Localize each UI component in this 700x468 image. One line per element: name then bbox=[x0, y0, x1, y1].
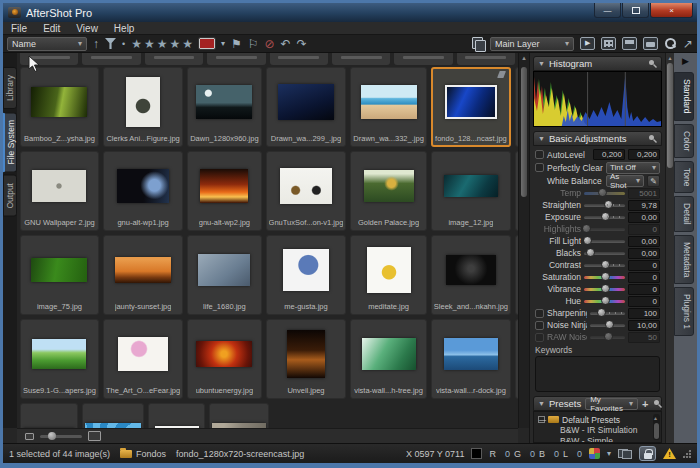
left-tab[interactable]: Output bbox=[3, 175, 17, 217]
slider-value[interactable]: 0,00 bbox=[628, 236, 660, 247]
preset-item[interactable]: B&W - Simple bbox=[538, 436, 651, 443]
thumbnail-image[interactable] bbox=[196, 85, 252, 119]
left-tab[interactable]: File System bbox=[3, 112, 17, 172]
standard-view-icon[interactable] bbox=[622, 37, 637, 50]
current-folder[interactable]: Fondos bbox=[136, 449, 166, 459]
histogram-header[interactable]: ▼ Histogram bbox=[533, 56, 662, 71]
thumbnail-cell[interactable]: me-gusta.jpg bbox=[266, 235, 347, 315]
presets-folder-row[interactable]: — Default Presets bbox=[538, 414, 651, 425]
thumbnail-cell[interactable]: life_1680.jpg bbox=[187, 235, 261, 315]
pin-icon[interactable] bbox=[648, 134, 657, 143]
thumbnail-cell[interactable]: Sleek_and...nkahn.jpg bbox=[431, 235, 511, 315]
thumbnail-cell[interactable]: The_Art_O...eFear.jpg bbox=[103, 319, 183, 399]
slider-thumb[interactable] bbox=[597, 308, 606, 317]
rotate-left-icon[interactable]: ↶ bbox=[281, 37, 291, 51]
reject-icon[interactable]: ⊘ bbox=[265, 37, 275, 51]
slider-thumb[interactable] bbox=[601, 272, 610, 281]
sort-direction-icon[interactable]: ↑ bbox=[93, 37, 99, 51]
thumbnail-image[interactable] bbox=[444, 175, 498, 197]
slider-track[interactable] bbox=[584, 240, 625, 243]
thumbnail-cell[interactable]: gnu-alt-wp1.jpg bbox=[103, 151, 183, 231]
thumbnail-cell[interactable]: image_12.jpg bbox=[431, 151, 511, 231]
slider-track[interactable] bbox=[590, 312, 625, 315]
white-balance-select[interactable]: As Shot▾ bbox=[606, 175, 644, 187]
thumbnail-view-icon[interactable] bbox=[601, 37, 616, 50]
star-icon[interactable]: ★ bbox=[169, 37, 180, 51]
full-view-icon[interactable] bbox=[643, 37, 658, 50]
collapse-icon[interactable]: ▼ bbox=[538, 60, 545, 67]
thumbnail-cell[interactable]: Unveil.jpeg bbox=[266, 319, 347, 399]
thumbnail-cell[interactable]: Golden Palace.jpg bbox=[350, 151, 426, 231]
menu-item[interactable]: File bbox=[11, 23, 27, 34]
slider-track[interactable] bbox=[584, 228, 625, 231]
warning-icon[interactable] bbox=[663, 448, 676, 459]
scrollbar-thumb[interactable] bbox=[521, 67, 527, 197]
add-preset-icon[interactable]: + bbox=[642, 398, 648, 410]
layer-select[interactable]: Main Layer▾ bbox=[490, 37, 574, 51]
right-tab[interactable]: Detail bbox=[674, 196, 694, 232]
thumbnail-image[interactable] bbox=[126, 77, 160, 127]
slider-value[interactable]: 0 bbox=[628, 224, 660, 235]
collapse-icon[interactable]: ▼ bbox=[538, 135, 545, 142]
thumbnail-image[interactable] bbox=[32, 170, 86, 202]
thumbnail-image[interactable] bbox=[367, 247, 411, 293]
filter-icon[interactable] bbox=[105, 38, 116, 49]
autolevel-high-value[interactable]: 0,200 bbox=[628, 149, 660, 160]
lock-icon[interactable] bbox=[639, 446, 656, 461]
eyedropper-icon[interactable]: ✎ bbox=[647, 175, 660, 187]
slider-checkbox[interactable] bbox=[535, 321, 544, 330]
thumbnail-image[interactable] bbox=[445, 85, 497, 119]
thumbnail-image[interactable] bbox=[196, 341, 252, 367]
thumbnail-image[interactable] bbox=[198, 254, 250, 286]
slider-value[interactable]: 5001 bbox=[628, 188, 660, 199]
perfectly-clear-checkbox[interactable] bbox=[535, 163, 544, 172]
small-thumbnails-icon[interactable] bbox=[25, 433, 34, 440]
thumbnail-cell[interactable]: fondo_128...ncast.jpg bbox=[431, 67, 511, 147]
color-profile-icon[interactable] bbox=[589, 448, 600, 459]
thumbnail-cell[interactable]: vista-wall...r-dock.jpg bbox=[431, 319, 511, 399]
star-icon[interactable]: ★ bbox=[182, 37, 193, 51]
slider-thumb[interactable] bbox=[601, 284, 610, 293]
slider-thumb[interactable] bbox=[583, 236, 592, 245]
slider-track[interactable] bbox=[590, 336, 625, 339]
maximize-button[interactable] bbox=[622, 3, 649, 18]
thumbnail-cell[interactable]: ubuntuenergy.jpg bbox=[187, 319, 261, 399]
chevron-down-icon[interactable]: ▾ bbox=[607, 447, 611, 461]
flag-pick-icon[interactable]: ⚑ bbox=[231, 37, 242, 51]
thumbnail-image[interactable] bbox=[283, 249, 329, 291]
slider-thumb[interactable] bbox=[601, 296, 610, 305]
slider-value[interactable]: 0,00 bbox=[628, 248, 660, 259]
thumbnail-cell[interactable]: Bamboo_Z...ysha.jpg bbox=[20, 67, 99, 147]
slider-value[interactable]: 10,00 bbox=[628, 320, 660, 331]
thumbnail-cell[interactable]: GNU Wallpaper 2.jpg bbox=[20, 151, 99, 231]
thumbnail-image[interactable] bbox=[444, 338, 498, 370]
presets-header[interactable]: ▼ Presets My Favorites▾ + bbox=[533, 396, 662, 411]
slider-value[interactable]: 0 bbox=[628, 260, 660, 271]
panel-scrollbar[interactable]: ▴ bbox=[665, 53, 674, 443]
color-label-swatch[interactable] bbox=[199, 38, 215, 49]
menu-item[interactable]: Help bbox=[114, 23, 135, 34]
thumbnail-size-slider[interactable] bbox=[40, 435, 82, 438]
pin-icon[interactable] bbox=[648, 59, 657, 68]
menu-item[interactable]: View bbox=[76, 23, 98, 34]
right-tab[interactable]: Color bbox=[674, 124, 694, 158]
slider-checkbox[interactable] bbox=[535, 309, 544, 318]
slider-thumb[interactable] bbox=[601, 260, 610, 269]
thumbnail-cell[interactable] bbox=[148, 403, 205, 428]
close-button[interactable]: × bbox=[650, 3, 693, 18]
slider-track[interactable] bbox=[584, 276, 625, 279]
slider-value[interactable]: 50 bbox=[628, 332, 660, 343]
slider-thumb[interactable] bbox=[48, 432, 56, 440]
slider-track[interactable] bbox=[584, 300, 625, 303]
slider-track[interactable] bbox=[590, 324, 625, 327]
thumbnail-image[interactable] bbox=[117, 169, 169, 203]
panel-collapse-icon[interactable]: ▶ bbox=[674, 55, 697, 69]
right-tab[interactable]: Standard bbox=[674, 72, 694, 121]
thumbnail-image[interactable] bbox=[362, 338, 416, 370]
thumbnail-cell[interactable] bbox=[82, 403, 144, 428]
color-label-caret-icon[interactable]: ▾ bbox=[221, 37, 225, 51]
left-tab[interactable]: Library bbox=[3, 67, 17, 109]
presets-favorites-select[interactable]: My Favorites▾ bbox=[585, 398, 638, 410]
thumbnail-cell[interactable]: meditate.jpg bbox=[350, 235, 426, 315]
resize-grip[interactable] bbox=[683, 450, 691, 458]
